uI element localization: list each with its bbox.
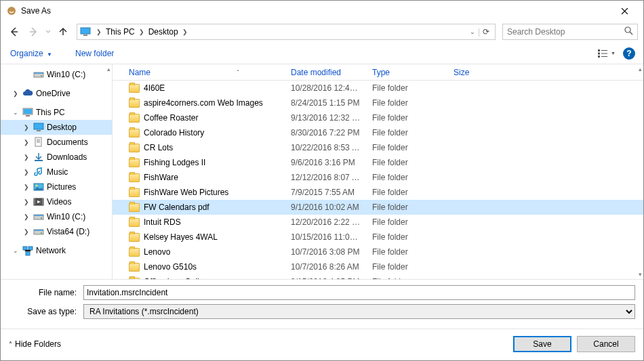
save-type-select[interactable]: RA Invitations (*.msrcIncident)	[83, 304, 635, 319]
tree-item[interactable]: ❯Videos	[1, 194, 112, 209]
tree-expander[interactable]: ❯	[24, 184, 31, 190]
file-row[interactable]: aspire4corners.com Web Images8/24/2015 1…	[113, 95, 643, 110]
view-options-button[interactable]: ▼	[597, 45, 616, 62]
tree-item[interactable]: Win10 (C:)	[1, 67, 112, 82]
form-area: File name: Save as type: RA Invitations …	[1, 279, 643, 328]
recent-dropdown[interactable]	[44, 24, 52, 40]
file-row[interactable]: Colorado History8/30/2016 7:22 PMFile fo…	[113, 125, 643, 140]
file-name: Coffee Roaster	[144, 113, 199, 123]
file-row[interactable]: Coffee Roaster9/13/2016 12:32 PMFile fol…	[113, 110, 643, 125]
tree-expander[interactable]: ❯	[24, 169, 31, 175]
file-date: 8/30/2016 7:22 PM	[285, 128, 367, 137]
file-row[interactable]: FishWare12/12/2016 8:07 AMFile folder	[113, 170, 643, 185]
tree-expander[interactable]: ❯	[24, 228, 31, 235]
file-row[interactable]: Office Icon Gallery9/15/2016 4:35 PMFile…	[113, 274, 643, 279]
hide-folders-toggle[interactable]: ˄ Hide Folders	[9, 339, 61, 349]
tree-expander[interactable]: ❯	[13, 90, 20, 97]
svg-rect-31	[26, 252, 30, 255]
search-box[interactable]	[502, 24, 638, 40]
file-row[interactable]: CR Lots10/22/2016 8:53 AMFile folder	[113, 140, 643, 155]
downloads-icon	[33, 152, 44, 163]
svg-rect-19	[35, 160, 43, 161]
filename-input[interactable]	[83, 285, 635, 300]
column-date[interactable]: Date modified	[285, 68, 367, 77]
file-date: 10/28/2016 12:47 …	[285, 83, 367, 93]
svg-rect-11	[34, 72, 43, 74]
search-input[interactable]	[507, 27, 624, 37]
file-row[interactable]: 4I60E10/28/2016 12:47 …File folder	[113, 81, 643, 95]
cancel-button[interactable]: Cancel	[577, 336, 635, 352]
back-button[interactable]	[6, 24, 22, 40]
up-button[interactable]	[55, 24, 71, 40]
folder-icon	[129, 158, 140, 167]
svg-point-25	[41, 217, 42, 219]
breadcrumb-desktop[interactable]: Desktop	[147, 27, 180, 37]
file-row[interactable]: Lenovo G510s10/7/2016 8:26 AMFile folder	[113, 259, 643, 274]
file-type: File folder	[367, 143, 448, 152]
tree-item-label: Network	[36, 246, 66, 255]
tree-item[interactable]: ❯Downloads	[1, 150, 112, 165]
tree-item[interactable]: ❯Pictures	[1, 179, 112, 194]
file-type: File folder	[367, 188, 448, 197]
tree-expander[interactable]: ❯	[24, 213, 31, 220]
tree-item[interactable]: ❯Documents	[1, 135, 112, 150]
file-row[interactable]: Kelsey Hayes 4WAL10/15/2016 11:03 …File …	[113, 230, 643, 245]
file-list[interactable]: 4I60E10/28/2016 12:47 …File folderaspire…	[113, 81, 643, 279]
file-type: File folder	[367, 83, 448, 93]
file-date: 9/13/2016 12:32 PM	[285, 113, 367, 123]
file-date: 10/7/2016 8:26 AM	[285, 262, 367, 272]
file-row[interactable]: Fishing Lodges II9/6/2016 3:16 PMFile fo…	[113, 155, 643, 170]
help-button[interactable]: ?	[623, 47, 635, 60]
tree-item[interactable]: ⌄This PC	[1, 105, 112, 120]
nav-tree[interactable]: ▴ Win10 (C:)❯OneDrive⌄This PC❯Desktop❯Do…	[1, 64, 113, 279]
tree-item[interactable]: ❯OneDrive	[1, 86, 112, 101]
file-name: CR Lots	[144, 143, 173, 152]
arrow-left-icon	[9, 26, 20, 37]
svg-rect-16	[34, 123, 43, 129]
file-type: File folder	[367, 277, 448, 279]
tree-expander[interactable]: ⌄	[13, 109, 20, 116]
tree-item[interactable]: ⌄Network	[1, 243, 112, 258]
address-bar[interactable]: ❯ This PC ❯ Desktop ❯ ⌄ | ⟳	[77, 24, 496, 40]
file-row[interactable]: FW Calendars pdf9/1/2016 10:02 AMFile fo…	[113, 200, 643, 215]
svg-rect-4	[598, 49, 600, 51]
scroll-up-indicator[interactable]: ▴	[107, 66, 110, 72]
tree-expander[interactable]: ❯	[24, 124, 31, 131]
organize-menu[interactable]: Organize ▼	[9, 46, 54, 61]
chevron-down-icon: ▼	[47, 51, 52, 58]
tree-item[interactable]: ❯Win10 (C:)	[1, 209, 112, 224]
tree-item-label: Win10 (C:)	[47, 70, 85, 79]
tree-expander[interactable]: ❯	[24, 198, 31, 205]
scroll-down-indicator[interactable]: ▾	[639, 271, 642, 278]
tree-item-label: OneDrive	[36, 89, 71, 98]
tree-item-label: Videos	[47, 197, 71, 207]
tree-expander[interactable]: ❯	[24, 139, 31, 146]
tree-expander[interactable]: ❯	[24, 154, 31, 161]
file-row[interactable]: Lenovo10/7/2016 3:08 PMFile folder	[113, 245, 643, 259]
file-row[interactable]: Intuit RDS12/20/2016 2:22 PMFile folder	[113, 215, 643, 230]
tree-item[interactable]: ❯Vista64 (D:)	[1, 224, 112, 239]
column-type[interactable]: Type	[367, 68, 448, 77]
column-name[interactable]: Name ˄	[113, 68, 285, 77]
drive-icon	[33, 226, 44, 237]
save-button[interactable]: Save	[513, 336, 571, 352]
file-pane: ▴ ▾ Name ˄ Date modified Type Size 4I60E…	[113, 64, 643, 279]
column-size[interactable]: Size	[448, 68, 502, 77]
file-date: 9/6/2016 3:16 PM	[285, 158, 367, 167]
svg-rect-9	[601, 56, 607, 57]
refresh-button[interactable]: ⟳	[483, 27, 489, 37]
scroll-up-indicator[interactable]: ▴	[639, 66, 642, 72]
file-date: 10/22/2016 8:53 AM	[285, 143, 367, 152]
file-date: 9/15/2016 4:35 PM	[285, 277, 367, 279]
file-date: 10/15/2016 11:03 …	[285, 232, 367, 242]
new-folder-button[interactable]: New folder	[74, 46, 115, 61]
tree-expander[interactable]: ⌄	[13, 247, 20, 254]
breadcrumb-this-pc[interactable]: This PC	[104, 27, 136, 37]
tree-item[interactable]: ❯Music	[1, 165, 112, 179]
address-dropdown[interactable]: ⌄	[470, 28, 475, 35]
forward-button[interactable]	[25, 24, 41, 40]
file-row[interactable]: FishWare Web Pictures7/9/2015 7:55 AMFil…	[113, 185, 643, 200]
search-icon	[624, 26, 633, 37]
tree-item[interactable]: ❯Desktop	[1, 120, 112, 135]
close-button[interactable]	[611, 1, 638, 21]
